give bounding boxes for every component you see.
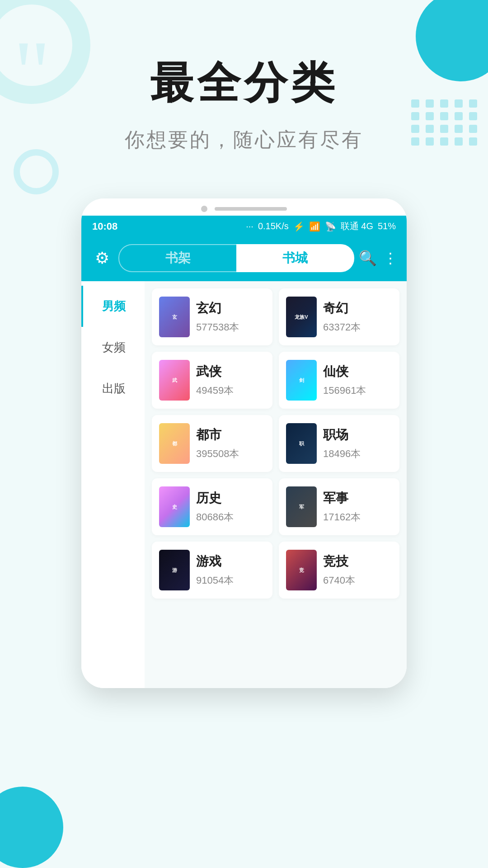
nav-tabs: 书架 书城 [118, 244, 354, 272]
signal-icon: 📡 [325, 221, 336, 232]
cat-info-qihuan: 奇幻 63372本 [323, 300, 392, 334]
category-card-xianxia[interactable]: 剑 仙侠 156961本 [279, 352, 399, 409]
cat-name-qihuan: 奇幻 [323, 300, 392, 317]
cover-image-lishi: 史 [159, 486, 190, 527]
cat-count-xuanhuan: 577538本 [196, 321, 265, 334]
cat-name-wuxia: 武侠 [196, 363, 265, 380]
cover-image-qihuan: 龙族V [286, 297, 317, 337]
cat-count-dushi: 395508本 [196, 447, 265, 461]
cat-name-junshi: 军事 [323, 490, 392, 507]
cat-info-dushi: 都市 395508本 [196, 426, 265, 461]
cat-name-xuanhuan: 玄幻 [196, 300, 265, 317]
status-battery: 51% [378, 221, 396, 231]
status-right: ··· 0.15K/s ⚡ 📶 📡 联通 4G 51% [246, 220, 396, 232]
phone-mockup: 10:08 ··· 0.15K/s ⚡ 📶 📡 联通 4G 51% ⚙ 书架 书… [0, 198, 488, 688]
notch-line [215, 207, 287, 211]
nav-bar: ⚙ 书架 书城 🔍 ⋮ [81, 237, 407, 281]
category-card-xuanhuan[interactable]: 玄 玄幻 577538本 [152, 288, 272, 345]
cat-info-zhichang: 职场 18496本 [323, 426, 392, 461]
cover-image-jingji: 竞 [286, 550, 317, 590]
sidebar-item-publish[interactable]: 出版 [81, 368, 145, 409]
cover-image-zhichang: 职 [286, 423, 317, 464]
search-icon[interactable]: 🔍 [359, 250, 377, 267]
cover-image-xuanhuan: 玄 [159, 297, 190, 337]
tab-shelf[interactable]: 书架 [118, 244, 236, 272]
cover-image-junshi: 军 [286, 486, 317, 527]
category-sidebar: 男频 女频 出版 [81, 281, 145, 688]
category-card-wuxia[interactable]: 武 武侠 49459本 [152, 352, 272, 409]
sidebar-item-female[interactable]: 女频 [81, 327, 145, 368]
main-content: 男频 女频 出版 玄 玄幻 577538本 龙族V 奇幻 63372本 [81, 281, 407, 688]
cover-image-xianxia: 剑 [286, 360, 317, 401]
cat-count-xianxia: 156961本 [323, 384, 392, 397]
sidebar-item-male[interactable]: 男频 [81, 286, 145, 327]
category-card-dushi[interactable]: 都 都市 395508本 [152, 415, 272, 472]
status-bar: 10:08 ··· 0.15K/s ⚡ 📶 📡 联通 4G 51% [81, 216, 407, 237]
cat-name-dushi: 都市 [196, 426, 265, 443]
cat-name-zhichang: 职场 [323, 426, 392, 443]
phone-frame: 10:08 ··· 0.15K/s ⚡ 📶 📡 联通 4G 51% ⚙ 书架 书… [81, 198, 407, 688]
bluetooth-icon: ⚡ [293, 221, 305, 232]
cat-count-zhichang: 18496本 [323, 447, 392, 461]
cat-count-qihuan: 63372本 [323, 321, 392, 334]
cover-image-youxi: 游 [159, 550, 190, 590]
cat-count-jingji: 6740本 [323, 574, 392, 587]
cat-info-lishi: 历史 80686本 [196, 490, 265, 524]
status-network: 0.15K/s [258, 221, 289, 231]
cat-info-xuanhuan: 玄幻 577538本 [196, 300, 265, 334]
category-card-zhichang[interactable]: 职 职场 18496本 [279, 415, 399, 472]
category-card-qihuan[interactable]: 龙族V 奇幻 63372本 [279, 288, 399, 345]
more-icon[interactable]: ⋮ [383, 250, 398, 267]
nav-action-icons: 🔍 ⋮ [359, 250, 398, 267]
cat-name-youxi: 游戏 [196, 553, 265, 570]
hero-title: 最全分类 [27, 54, 461, 113]
cat-count-youxi: 91054本 [196, 574, 265, 587]
phone-notch [81, 198, 407, 216]
hero-subtitle: 你想要的，随心应有尽有 [27, 127, 461, 153]
wifi-icon: 📶 [309, 221, 320, 232]
category-card-junshi[interactable]: 军 军事 17162本 [279, 478, 399, 535]
category-card-lishi[interactable]: 史 历史 80686本 [152, 478, 272, 535]
cat-name-lishi: 历史 [196, 490, 265, 507]
cover-image-dushi: 都 [159, 423, 190, 464]
settings-icon[interactable]: ⚙ [90, 246, 114, 270]
cat-info-jingji: 竞技 6740本 [323, 553, 392, 587]
category-grid: 玄 玄幻 577538本 龙族V 奇幻 63372本 武 武侠 49459本 剑… [145, 281, 407, 688]
cat-info-wuxia: 武侠 49459本 [196, 363, 265, 397]
cat-info-xianxia: 仙侠 156961本 [323, 363, 392, 397]
notch-dot [201, 206, 207, 212]
hero-section: 最全分类 你想要的，随心应有尽有 [0, 0, 488, 180]
bg-teal-circle-bottom [0, 787, 63, 868]
cat-info-junshi: 军事 17162本 [323, 490, 392, 524]
tab-store[interactable]: 书城 [236, 244, 354, 272]
cat-count-lishi: 80686本 [196, 510, 265, 524]
cat-count-wuxia: 49459本 [196, 384, 265, 397]
cover-image-wuxia: 武 [159, 360, 190, 401]
status-time: 10:08 [92, 221, 117, 232]
category-card-jingji[interactable]: 竞 竞技 6740本 [279, 542, 399, 599]
status-dots: ··· [246, 221, 253, 231]
cat-info-youxi: 游戏 91054本 [196, 553, 265, 587]
cat-name-xianxia: 仙侠 [323, 363, 392, 380]
cat-count-junshi: 17162本 [323, 510, 392, 524]
cat-name-jingji: 竞技 [323, 553, 392, 570]
category-card-youxi[interactable]: 游 游戏 91054本 [152, 542, 272, 599]
status-carrier: 联通 4G [341, 220, 373, 232]
